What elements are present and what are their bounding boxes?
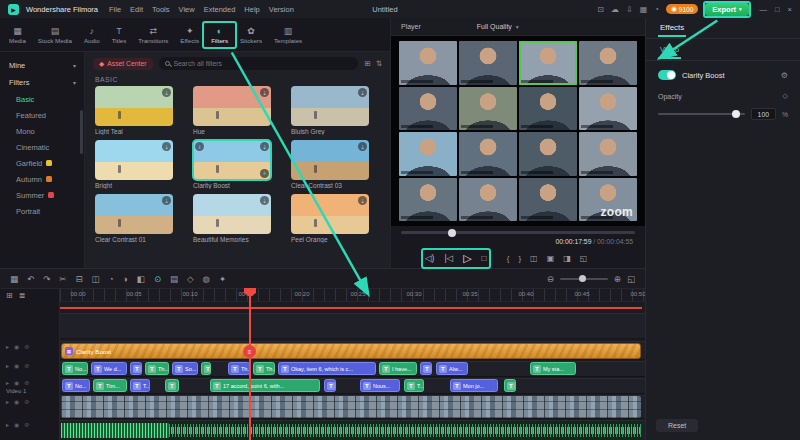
coins-badge[interactable]: ◉9100 — [666, 4, 698, 14]
download-icon[interactable]: ⇣ — [260, 196, 269, 205]
close-icon[interactable]: × — [788, 5, 792, 14]
filter-item-clear-contrast-03[interactable]: ⇣Clear Contrast 03 — [291, 140, 369, 189]
fullscreen-icon[interactable]: ◱ — [580, 254, 588, 263]
track-lock-icon[interactable]: ⊘ — [24, 398, 29, 405]
tab-stickers[interactable]: ✿Stickers — [234, 24, 268, 46]
download-icon[interactable]: ⇣ — [162, 196, 171, 205]
filter-item-hue[interactable]: ⇣Hue — [193, 86, 271, 135]
quality-dropdown[interactable]: Full Quality ▼ — [477, 23, 520, 30]
video-clip[interactable] — [61, 396, 641, 418]
text-clip[interactable]: TTim... — [93, 379, 127, 392]
filter-item-clear-contrast-01[interactable]: ⇣Clear Contrast 01 — [95, 194, 173, 243]
play-icon[interactable]: ▷ — [463, 252, 471, 265]
split-icon[interactable]: ✂ — [59, 274, 66, 284]
undo-icon[interactable]: ↶ — [27, 274, 34, 284]
track-visibility-icon[interactable]: ◉ — [14, 398, 19, 405]
search-input[interactable] — [174, 60, 353, 67]
mark-in-icon[interactable]: { — [507, 254, 510, 263]
opacity-slider-handle[interactable] — [732, 110, 740, 118]
download-icon[interactable]: ⇩ — [626, 5, 633, 14]
color-icon[interactable]: ◑ — [123, 274, 128, 284]
info-icon[interactable]: i — [195, 142, 204, 151]
track-visibility-icon[interactable]: ◉ — [14, 362, 19, 369]
menu-tools[interactable]: Tools — [152, 5, 170, 14]
track-lock-icon[interactable]: ⊘ — [24, 362, 29, 369]
tab-filters[interactable]: ◐Filters — [205, 24, 234, 46]
media-browser-icon[interactable]: ▦ — [10, 274, 18, 284]
sidebar-group-filters[interactable]: Filters▾ — [0, 74, 84, 91]
text-clip[interactable]: TTh... — [228, 362, 250, 375]
marker-icon[interactable]: ▤ — [170, 274, 178, 284]
record-icon[interactable]: ⊙ — [154, 274, 161, 284]
menu-help[interactable]: Help — [244, 5, 259, 14]
tab-effects[interactable]: Effects — [658, 19, 686, 37]
text-clip[interactable]: TNo... — [62, 362, 88, 375]
sidebar-group-mine[interactable]: Mine▾ — [0, 57, 84, 74]
maximize-icon[interactable]: □ — [775, 5, 780, 14]
cloud-icon[interactable]: ☁ — [611, 5, 619, 14]
text-clip[interactable]: TT... — [404, 379, 424, 392]
sidebar-item-featured[interactable]: Featured — [0, 107, 84, 123]
filter-item-light-teal[interactable]: ⇣Light Teal — [95, 86, 173, 135]
search-box[interactable] — [159, 57, 359, 70]
track-toggle-icon[interactable]: ▸ — [6, 379, 9, 386]
seek-bar[interactable] — [401, 231, 635, 234]
text-clip[interactable]: T — [324, 379, 336, 392]
opacity-slider[interactable] — [658, 113, 745, 115]
download-icon[interactable]: ⇣ — [260, 142, 269, 151]
zoom-out-icon[interactable]: ⊖ — [547, 274, 554, 284]
volume-icon[interactable]: ◁) — [425, 253, 434, 263]
menu-edit[interactable]: Edit — [130, 5, 143, 14]
sidebar-item-garfield[interactable]: Garfield — [0, 155, 84, 171]
text-clip[interactable]: TSo... — [172, 362, 198, 375]
text-clip[interactable]: TTh... — [145, 362, 169, 375]
track-visibility-icon[interactable]: ◉ — [14, 343, 19, 350]
track-lock-icon[interactable]: ⊘ — [24, 343, 29, 350]
download-icon[interactable]: ⇣ — [358, 88, 367, 97]
download-icon[interactable]: ⇣ — [162, 142, 171, 151]
text-clip[interactable]: TTh... — [253, 362, 275, 375]
reset-button[interactable]: Reset — [656, 419, 698, 432]
filter-item-clarity-boost[interactable]: ⇣i+Clarity Boost — [193, 140, 271, 189]
effect-enable-toggle[interactable] — [658, 70, 676, 80]
mirror-icon[interactable]: ◨ — [563, 254, 571, 263]
track-lock-icon[interactable]: ⊘ — [24, 379, 29, 386]
download-icon[interactable]: ⇣ — [358, 196, 367, 205]
fit-timeline-icon[interactable]: ◱ — [627, 274, 635, 284]
minimize-icon[interactable]: — — [760, 5, 768, 14]
timeline-zoom-slider[interactable] — [560, 278, 608, 280]
previous-frame-icon[interactable]: |◁ — [444, 253, 453, 263]
zoom-in-icon[interactable]: ⊕ — [614, 274, 621, 284]
text-clip[interactable]: T17 accord, point 6, with... — [210, 379, 320, 392]
text-clip[interactable]: T — [420, 362, 432, 375]
sidebar-item-cinematic[interactable]: Cinematic — [0, 139, 84, 155]
keyframe-icon[interactable]: ◇ — [783, 92, 788, 100]
notifications-icon[interactable]: ◔ — [654, 5, 659, 14]
filter-item-peel-orange[interactable]: ⇣Peel Orange — [291, 194, 369, 243]
snapshot-icon[interactable]: ◫ — [530, 254, 538, 263]
keyframe-icon[interactable]: ◇ — [187, 274, 194, 284]
download-icon[interactable]: ⇣ — [358, 142, 367, 151]
delete-icon[interactable]: ⊟ — [75, 274, 82, 284]
add-to-timeline-icon[interactable]: + — [260, 169, 269, 178]
filter-item-bluish-grey[interactable]: ⇣Bluish Grey — [291, 86, 369, 135]
menu-file[interactable]: File — [109, 5, 121, 14]
text-clip[interactable]: TMy sta... — [530, 362, 576, 375]
tab-stock-media[interactable]: ▤Stock Media — [32, 24, 78, 46]
gear-icon[interactable]: ⚙ — [781, 71, 788, 80]
screen-layout-icon[interactable]: ⊡ — [597, 5, 604, 14]
filter-item-beautiful-memories[interactable]: ⇣Beautiful Memories — [193, 194, 271, 243]
empty-track[interactable] — [60, 313, 645, 339]
text-clip[interactable]: TNo... — [62, 379, 90, 392]
text-clip[interactable]: T — [504, 379, 516, 392]
text-clip[interactable]: T — [165, 379, 179, 392]
redo-icon[interactable]: ↷ — [43, 274, 50, 284]
opacity-value[interactable]: 100 — [751, 108, 776, 120]
audio-clip[interactable] — [61, 421, 641, 440]
stop-icon[interactable]: □ — [482, 253, 487, 263]
track-visibility-icon[interactable]: ◉ — [14, 421, 19, 428]
text-clip[interactable]: TI have... — [379, 362, 417, 375]
mark-out-icon[interactable]: } — [518, 254, 521, 263]
menu-extended[interactable]: Extended — [204, 5, 236, 14]
tab-templates[interactable]: ▥Templates — [268, 24, 308, 46]
